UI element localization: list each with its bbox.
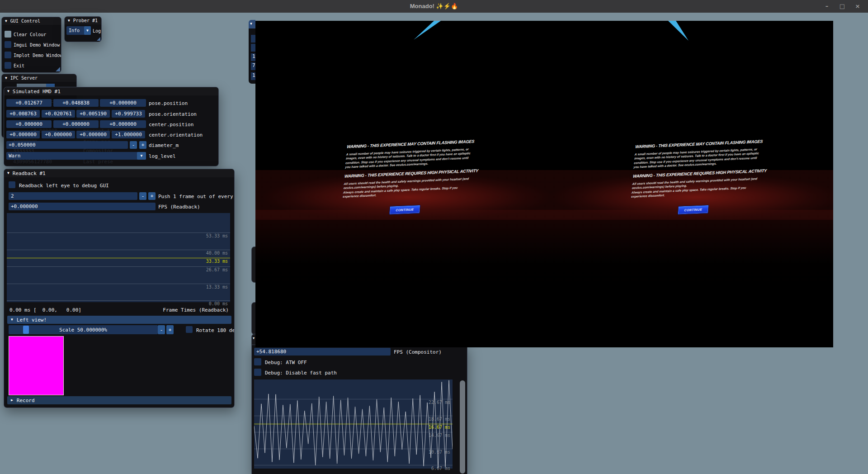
center-orientation-z[interactable]: +0.000000 <box>76 131 110 138</box>
log-level-combo[interactable]: Warn <box>6 152 146 160</box>
center-position-label: center.position <box>149 122 193 128</box>
simulated-hmd-titlebar[interactable]: ▼ Simulated HMD #1 <box>4 87 218 95</box>
resize-grip-icon[interactable] <box>56 67 60 71</box>
pose-orientation-y[interactable]: +0.020761 <box>42 110 75 118</box>
warning-paragraph: All users should read the health and saf… <box>631 176 759 199</box>
plot-gridline <box>7 232 230 233</box>
combo-dropdown-button[interactable]: ▼ <box>84 26 91 35</box>
debug-atw-checkbox[interactable] <box>254 358 261 365</box>
hidden-widget <box>251 44 255 52</box>
collapse-arrow-icon[interactable]: ▼ <box>5 76 7 80</box>
left-eye-warning-overlay: WARNING - THIS EXPERIENCE MAY CONTAIN FL… <box>341 139 474 217</box>
readback-left-eye-checkbox[interactable] <box>9 181 15 188</box>
compositor-fps-value: +54.818680 <box>254 348 391 356</box>
collapse-arrow-icon[interactable]: ▼ <box>68 19 70 23</box>
clear-colour-label[interactable]: Clear Colour <box>14 32 46 38</box>
clear-colour-swatch[interactable] <box>5 31 11 38</box>
os-titlebar[interactable]: Monado! ✨⚡🔥 – □ × <box>0 0 868 13</box>
record-header[interactable]: ▶ Record <box>7 396 231 404</box>
right-eye-warning-overlay: WARNING - THIS EXPERIENCE MAY CONTAIN FL… <box>630 139 762 217</box>
plot-gridline <box>7 300 230 301</box>
push-frames-decrement-button[interactable]: - <box>139 192 146 200</box>
hidden-widget <box>251 35 255 43</box>
expand-arrow-icon: ▶ <box>11 398 13 402</box>
pose-position-x[interactable]: +0.012677 <box>6 99 52 107</box>
implot-demo-checkbox[interactable] <box>5 52 11 58</box>
hidden-window-body: 1 7 1 <box>249 28 255 84</box>
pose-orientation-z[interactable]: +0.005190 <box>76 110 110 118</box>
light-streak <box>668 21 689 41</box>
compositor-frame-times-plot: 22.67 ms18.67 ms16.67 ms14.67 ms10.67 ms… <box>254 379 453 469</box>
center-position-x[interactable]: +0.000000 <box>6 120 52 128</box>
center-orientation-w[interactable]: +1.000000 <box>112 131 145 138</box>
diameter-decrement-button[interactable]: - <box>130 141 137 149</box>
resize-grip-icon[interactable] <box>97 37 100 41</box>
pose-position-z[interactable]: +0.000000 <box>100 99 146 107</box>
collapse-arrow-icon: ▼ <box>11 318 13 322</box>
diameter-increment-button[interactable]: + <box>139 141 146 149</box>
readback-fps-label: FPS (Readback) <box>158 204 200 210</box>
scale-slider-label: Scale 50.000000% <box>9 327 158 333</box>
pose-orientation-label: pose.orientation <box>149 112 197 117</box>
minimize-button[interactable]: – <box>821 2 832 10</box>
frame-times-line <box>254 379 453 469</box>
implot-demo-label[interactable]: Implot Demo Window <box>14 53 61 58</box>
plot-gridline <box>7 284 230 284</box>
scale-decrement-button[interactable]: - <box>158 325 165 334</box>
center-orientation-y[interactable]: +0.000000 <box>42 131 75 138</box>
plot-tick-label: 53.33 ms <box>206 233 228 238</box>
center-position-y[interactable]: +0.000000 <box>53 120 99 128</box>
collapse-arrow-icon[interactable]: ▼ <box>7 171 9 175</box>
readback-titlebar[interactable]: ▼ Readback #1 <box>4 169 234 177</box>
maximize-button[interactable]: □ <box>837 2 848 10</box>
plot-tick-label: 0.00 ms <box>209 301 228 306</box>
debug-atw-label: Debug: ATW OFF <box>265 360 307 365</box>
exit-checkbox[interactable] <box>5 62 11 69</box>
plot-tick-label: 13.33 ms <box>206 284 228 289</box>
red-glow-reflection <box>255 210 833 287</box>
compositor-window: +54.818680 FPS (Compositor) Debug: ATW O… <box>251 345 467 474</box>
continue-button[interactable]: CONTINUE <box>678 205 709 215</box>
scale-slider[interactable]: Scale 50.000000% <box>9 325 158 334</box>
readback-frame-times-plot: 53.33 ms40.00 ms33.33 ms26.67 ms13.33 ms… <box>7 213 230 302</box>
left-eye-debug-image <box>9 336 64 395</box>
close-button[interactable]: × <box>852 2 863 10</box>
pose-position-label: pose.position <box>149 101 188 106</box>
imgui-demo-checkbox[interactable] <box>5 41 11 48</box>
left-view-header-label: Left view! <box>17 317 47 323</box>
pose-position-y[interactable]: +0.048838 <box>53 99 99 107</box>
push-frames-input[interactable]: 2 <box>9 192 137 200</box>
chevron-down-icon: ▼ <box>141 154 143 158</box>
left-view-header[interactable]: ▼ Left view! <box>7 316 231 324</box>
prober-titlebar[interactable]: ▼ Prober #1 <box>65 17 101 24</box>
log-button[interactable]: Log <box>93 28 101 34</box>
log-level-dropdown-button[interactable]: ▼ <box>137 152 146 160</box>
plot-gridline <box>7 258 230 258</box>
center-orientation-label: center.orientation <box>149 133 203 138</box>
push-frames-increment-button[interactable]: + <box>148 192 156 200</box>
center-position-z[interactable]: +0.000000 <box>100 120 146 128</box>
pose-orientation-w[interactable]: +0.999733 <box>112 110 145 118</box>
collapse-arrow-icon: ▼ <box>253 337 255 340</box>
pose-orientation-x[interactable]: +0.008763 <box>6 110 40 118</box>
ipc-server-titlebar[interactable]: ▼ IPC Server <box>2 74 76 82</box>
scale-increment-button[interactable]: + <box>166 325 174 334</box>
compositor-mirror-view: WARNING - THIS EXPERIENCE MAY CONTAIN FL… <box>255 21 833 347</box>
prober-window: ▼ Prober #1 Info ▼ Log <box>64 16 102 42</box>
ipc-server-title: IPC Server <box>10 76 38 81</box>
chevron-down-icon: ▼ <box>86 29 89 33</box>
collapse-arrow-icon[interactable]: ▼ <box>7 90 9 93</box>
debug-fast-path-checkbox[interactable] <box>254 369 261 376</box>
warning-paragraph: A small number of people may have seizur… <box>345 147 473 169</box>
center-orientation-x[interactable]: +0.000000 <box>6 131 40 138</box>
exit-label[interactable]: Exit <box>14 63 24 69</box>
hidden-window-titlebar[interactable]: ▼ <box>249 20 255 28</box>
rotate-180-checkbox[interactable] <box>186 326 193 333</box>
continue-button[interactable]: CONTINUE <box>389 205 420 215</box>
diameter-input[interactable]: +0.050000 <box>6 141 128 149</box>
gui-control-titlebar[interactable]: ▼ GUI Control <box>2 17 61 25</box>
rotate-180-label: Rotate 180 degrees <box>196 328 235 333</box>
collapse-arrow-icon[interactable]: ▼ <box>5 19 7 23</box>
imgui-demo-label[interactable]: Imgui Demo Window <box>14 43 60 48</box>
vertical-scrollbar[interactable] <box>460 380 465 474</box>
